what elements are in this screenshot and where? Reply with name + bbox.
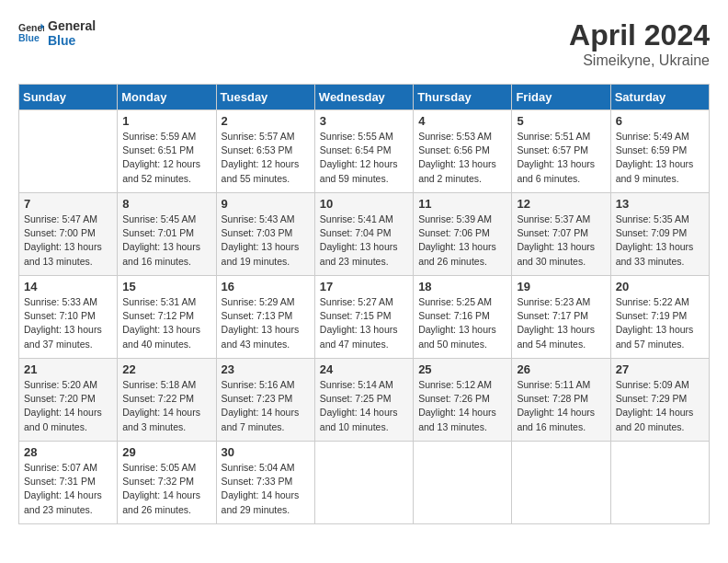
day-info: Sunrise: 5:12 AMSunset: 7:26 PMDaylight:… <box>418 378 506 434</box>
day-info: Sunrise: 5:22 AMSunset: 7:19 PMDaylight:… <box>616 295 704 351</box>
day-info: Sunrise: 5:31 AMSunset: 7:12 PMDaylight:… <box>122 295 210 351</box>
calendar-cell <box>512 442 610 524</box>
day-number: 5 <box>517 114 605 128</box>
calendar-cell: 4Sunrise: 5:53 AMSunset: 6:56 PMDaylight… <box>414 110 512 193</box>
day-number: 4 <box>418 114 506 128</box>
calendar-cell: 28Sunrise: 5:07 AMSunset: 7:31 PMDayligh… <box>19 442 118 524</box>
day-info: Sunrise: 5:53 AMSunset: 6:56 PMDaylight:… <box>418 130 506 186</box>
day-info: Sunrise: 5:47 AMSunset: 7:00 PMDaylight:… <box>24 213 112 269</box>
day-info: Sunrise: 5:23 AMSunset: 7:17 PMDaylight:… <box>517 295 605 351</box>
calendar-cell: 13Sunrise: 5:35 AMSunset: 7:09 PMDayligh… <box>610 193 709 276</box>
day-info: Sunrise: 5:04 AMSunset: 7:33 PMDaylight:… <box>222 461 310 517</box>
calendar-cell: 29Sunrise: 5:05 AMSunset: 7:32 PMDayligh… <box>118 442 216 524</box>
day-number: 14 <box>24 280 112 293</box>
calendar-cell: 16Sunrise: 5:29 AMSunset: 7:13 PMDayligh… <box>216 276 314 359</box>
day-number: 21 <box>24 362 112 376</box>
calendar-cell: 6Sunrise: 5:49 AMSunset: 6:59 PMDaylight… <box>610 110 709 193</box>
day-number: 15 <box>122 280 210 293</box>
calendar-cell <box>414 442 512 524</box>
day-info: Sunrise: 5:20 AMSunset: 7:20 PMDaylight:… <box>24 378 112 434</box>
day-info: Sunrise: 5:16 AMSunset: 7:23 PMDaylight:… <box>222 378 310 434</box>
calendar-cell: 23Sunrise: 5:16 AMSunset: 7:23 PMDayligh… <box>216 359 314 442</box>
day-number: 13 <box>616 197 704 211</box>
svg-text:Blue: Blue <box>18 32 40 43</box>
month-title: April 2024 <box>569 18 710 52</box>
location-title: Simeikyne, Ukraine <box>569 52 710 69</box>
day-number: 10 <box>320 197 408 211</box>
calendar-cell: 30Sunrise: 5:04 AMSunset: 7:33 PMDayligh… <box>216 442 314 524</box>
header-day-monday: Monday <box>118 85 216 110</box>
calendar-cell: 10Sunrise: 5:41 AMSunset: 7:04 PMDayligh… <box>314 193 413 276</box>
header-day-wednesday: Wednesday <box>314 85 413 110</box>
calendar-cell: 22Sunrise: 5:18 AMSunset: 7:22 PMDayligh… <box>118 359 216 442</box>
day-info: Sunrise: 5:11 AMSunset: 7:28 PMDaylight:… <box>517 378 605 434</box>
day-number: 2 <box>222 114 310 128</box>
day-number: 3 <box>320 114 408 128</box>
day-number: 18 <box>418 280 506 293</box>
logo-general-text: General <box>48 18 96 33</box>
calendar-week-row: 1Sunrise: 5:59 AMSunset: 6:51 PMDaylight… <box>19 110 710 193</box>
day-number: 9 <box>222 197 310 211</box>
day-info: Sunrise: 5:27 AMSunset: 7:15 PMDaylight:… <box>320 295 408 351</box>
day-info: Sunrise: 5:35 AMSunset: 7:09 PMDaylight:… <box>616 213 704 269</box>
calendar-cell: 17Sunrise: 5:27 AMSunset: 7:15 PMDayligh… <box>314 276 413 359</box>
calendar-cell: 21Sunrise: 5:20 AMSunset: 7:20 PMDayligh… <box>19 359 118 442</box>
day-info: Sunrise: 5:41 AMSunset: 7:04 PMDaylight:… <box>320 213 408 269</box>
calendar-cell: 12Sunrise: 5:37 AMSunset: 7:07 PMDayligh… <box>512 193 610 276</box>
calendar-cell: 2Sunrise: 5:57 AMSunset: 6:53 PMDaylight… <box>216 110 314 193</box>
calendar-cell: 11Sunrise: 5:39 AMSunset: 7:06 PMDayligh… <box>414 193 512 276</box>
day-number: 25 <box>418 362 506 376</box>
calendar-week-row: 14Sunrise: 5:33 AMSunset: 7:10 PMDayligh… <box>19 276 710 359</box>
calendar-cell: 18Sunrise: 5:25 AMSunset: 7:16 PMDayligh… <box>414 276 512 359</box>
calendar-cell: 15Sunrise: 5:31 AMSunset: 7:12 PMDayligh… <box>118 276 216 359</box>
header-day-sunday: Sunday <box>19 85 118 110</box>
calendar-cell: 20Sunrise: 5:22 AMSunset: 7:19 PMDayligh… <box>610 276 709 359</box>
day-number: 19 <box>517 280 605 293</box>
calendar-cell <box>314 442 413 524</box>
calendar-cell: 7Sunrise: 5:47 AMSunset: 7:00 PMDaylight… <box>19 193 118 276</box>
day-info: Sunrise: 5:37 AMSunset: 7:07 PMDaylight:… <box>517 213 605 269</box>
calendar-cell: 27Sunrise: 5:09 AMSunset: 7:29 PMDayligh… <box>610 359 709 442</box>
calendar-cell <box>610 442 709 524</box>
day-number: 27 <box>616 362 704 376</box>
day-number: 11 <box>418 197 506 211</box>
calendar-week-row: 21Sunrise: 5:20 AMSunset: 7:20 PMDayligh… <box>19 359 710 442</box>
calendar-cell <box>19 110 118 193</box>
calendar-cell: 5Sunrise: 5:51 AMSunset: 6:57 PMDaylight… <box>512 110 610 193</box>
day-number: 22 <box>122 362 210 376</box>
day-number: 30 <box>222 445 310 459</box>
calendar-cell: 14Sunrise: 5:33 AMSunset: 7:10 PMDayligh… <box>19 276 118 359</box>
day-number: 29 <box>122 445 210 459</box>
day-number: 24 <box>320 362 408 376</box>
title-block: April 2024 Simeikyne, Ukraine <box>569 18 710 69</box>
day-info: Sunrise: 5:29 AMSunset: 7:13 PMDaylight:… <box>222 295 310 351</box>
day-info: Sunrise: 5:33 AMSunset: 7:10 PMDaylight:… <box>24 295 112 351</box>
day-info: Sunrise: 5:51 AMSunset: 6:57 PMDaylight:… <box>517 130 605 186</box>
calendar-week-row: 7Sunrise: 5:47 AMSunset: 7:00 PMDaylight… <box>19 193 710 276</box>
day-info: Sunrise: 5:39 AMSunset: 7:06 PMDaylight:… <box>418 213 506 269</box>
day-number: 6 <box>616 114 704 128</box>
day-info: Sunrise: 5:49 AMSunset: 6:59 PMDaylight:… <box>616 130 704 186</box>
calendar-cell: 19Sunrise: 5:23 AMSunset: 7:17 PMDayligh… <box>512 276 610 359</box>
calendar-week-row: 28Sunrise: 5:07 AMSunset: 7:31 PMDayligh… <box>19 442 710 524</box>
logo-icon: General Blue <box>18 20 44 46</box>
calendar-header-row: SundayMondayTuesdayWednesdayThursdayFrid… <box>19 85 710 110</box>
day-number: 7 <box>24 197 112 211</box>
day-number: 17 <box>320 280 408 293</box>
calendar-cell: 25Sunrise: 5:12 AMSunset: 7:26 PMDayligh… <box>414 359 512 442</box>
calendar-cell: 9Sunrise: 5:43 AMSunset: 7:03 PMDaylight… <box>216 193 314 276</box>
day-number: 26 <box>517 362 605 376</box>
day-number: 23 <box>222 362 310 376</box>
day-number: 1 <box>122 114 210 128</box>
calendar-cell: 8Sunrise: 5:45 AMSunset: 7:01 PMDaylight… <box>118 193 216 276</box>
day-number: 20 <box>616 280 704 293</box>
header-day-saturday: Saturday <box>610 85 709 110</box>
day-info: Sunrise: 5:07 AMSunset: 7:31 PMDaylight:… <box>24 461 112 517</box>
day-info: Sunrise: 5:55 AMSunset: 6:54 PMDaylight:… <box>320 130 408 186</box>
day-number: 12 <box>517 197 605 211</box>
logo-blue-text: Blue <box>48 33 96 48</box>
calendar-cell: 24Sunrise: 5:14 AMSunset: 7:25 PMDayligh… <box>314 359 413 442</box>
day-info: Sunrise: 5:14 AMSunset: 7:25 PMDaylight:… <box>320 378 408 434</box>
day-info: Sunrise: 5:45 AMSunset: 7:01 PMDaylight:… <box>122 213 210 269</box>
calendar-cell: 1Sunrise: 5:59 AMSunset: 6:51 PMDaylight… <box>118 110 216 193</box>
